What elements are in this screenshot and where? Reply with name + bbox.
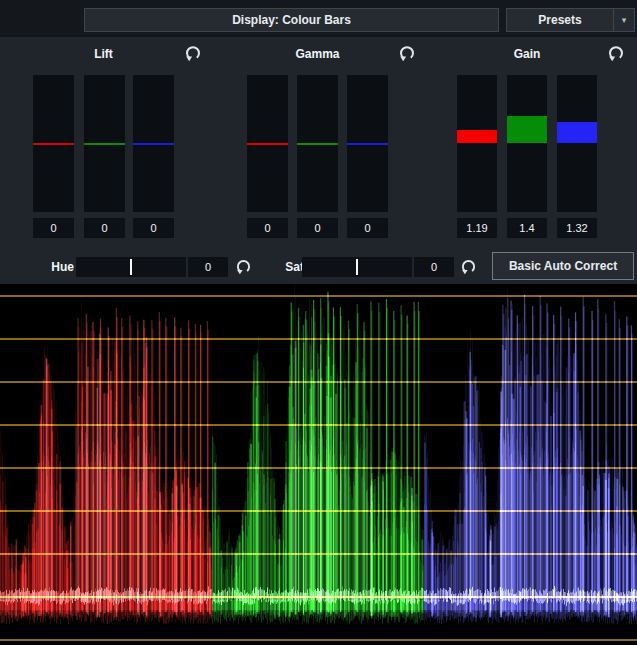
sat-label: Sat <box>276 259 304 275</box>
gamma-blue-fill <box>347 143 388 145</box>
gain-blue-value[interactable]: 1.32 <box>557 218 597 238</box>
gain-green-fill <box>507 116 547 143</box>
gain-blue-slider[interactable] <box>557 75 597 212</box>
gamma-red-slider[interactable] <box>247 75 288 212</box>
lift-section-title: Lift <box>33 46 174 62</box>
gamma-section-title: Gamma <box>247 46 388 62</box>
display-mode-label: Display: Colour Bars <box>232 13 351 27</box>
gain-green-value[interactable]: 1.4 <box>507 218 547 238</box>
lift-red-slider[interactable] <box>33 75 74 212</box>
gain-section-title: Gain <box>457 46 597 62</box>
display-mode-button[interactable]: Display: Colour Bars <box>84 8 499 32</box>
colour-correction-panel: Display: Colour Bars Presets ▾ Lift 0 0 … <box>0 0 637 645</box>
control-panel: Display: Colour Bars Presets ▾ Lift 0 0 … <box>0 0 637 284</box>
gain-red-value[interactable]: 1.19 <box>457 218 497 238</box>
presets-label: Presets <box>507 13 613 27</box>
gamma-blue-slider[interactable] <box>347 75 388 212</box>
hue-reset-icon[interactable] <box>235 258 252 275</box>
lift-red-fill <box>33 143 74 145</box>
lift-green-fill <box>84 143 125 145</box>
hue-value[interactable]: 0 <box>188 257 228 277</box>
lift-blue-fill <box>133 143 174 145</box>
gamma-green-fill <box>297 143 338 145</box>
gain-reset-icon[interactable] <box>607 44 625 62</box>
sat-slider[interactable] <box>302 257 412 277</box>
sat-value[interactable]: 0 <box>414 257 454 277</box>
hue-label: Hue <box>44 259 74 275</box>
hue-slider[interactable] <box>76 257 186 277</box>
presets-button[interactable]: Presets ▾ <box>506 8 635 32</box>
gain-green-slider[interactable] <box>507 75 547 212</box>
chevron-down-icon[interactable]: ▾ <box>614 15 634 25</box>
gamma-red-fill <box>247 143 288 145</box>
gain-red-slider[interactable] <box>457 75 497 212</box>
rgb-parade-waveform-scope <box>0 284 637 645</box>
lift-green-slider[interactable] <box>84 75 125 212</box>
gamma-green-value[interactable]: 0 <box>297 218 338 238</box>
gain-red-fill <box>457 130 497 143</box>
gamma-reset-icon[interactable] <box>398 44 416 62</box>
lift-blue-slider[interactable] <box>133 75 174 212</box>
sat-slider-handle[interactable] <box>356 259 358 275</box>
lift-red-value[interactable]: 0 <box>33 218 74 238</box>
hue-slider-handle[interactable] <box>130 259 132 275</box>
sat-reset-icon[interactable] <box>460 258 477 275</box>
gain-blue-fill <box>557 122 597 144</box>
basic-auto-correct-label: Basic Auto Correct <box>509 259 617 273</box>
gamma-blue-value[interactable]: 0 <box>347 218 388 238</box>
gamma-red-value[interactable]: 0 <box>247 218 288 238</box>
gamma-green-slider[interactable] <box>297 75 338 212</box>
lift-green-value[interactable]: 0 <box>84 218 125 238</box>
lift-reset-icon[interactable] <box>184 44 202 62</box>
basic-auto-correct-button[interactable]: Basic Auto Correct <box>492 252 634 280</box>
lift-blue-value[interactable]: 0 <box>133 218 174 238</box>
